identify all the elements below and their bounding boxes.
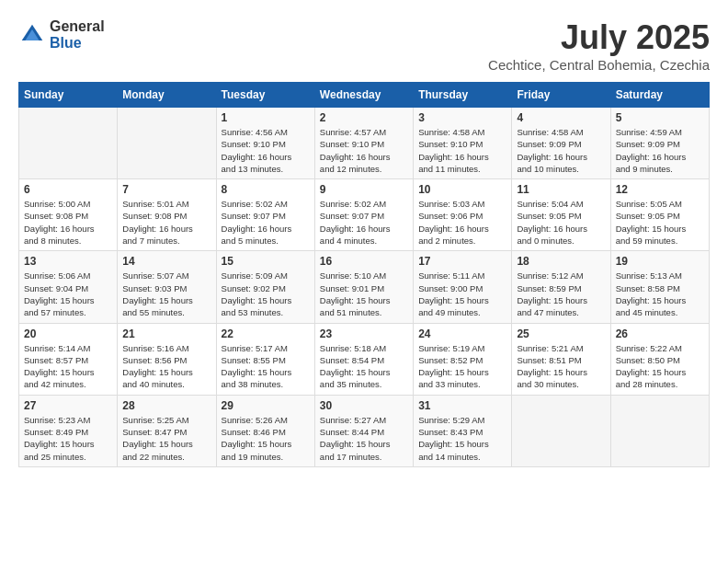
calendar-cell: 1Sunrise: 4:56 AM Sunset: 9:10 PM Daylig… xyxy=(216,108,314,179)
month-title: July 2025 xyxy=(488,18,710,57)
header-friday: Friday xyxy=(512,83,610,108)
calendar-cell: 27Sunrise: 5:23 AM Sunset: 8:49 PM Dayli… xyxy=(19,395,118,466)
day-number: 24 xyxy=(418,327,506,340)
logo-blue: Blue xyxy=(50,35,105,52)
calendar-cell: 29Sunrise: 5:26 AM Sunset: 8:46 PM Dayli… xyxy=(216,395,314,466)
calendar-cell: 30Sunrise: 5:27 AM Sunset: 8:44 PM Dayli… xyxy=(314,395,413,466)
day-number: 14 xyxy=(122,255,210,268)
day-number: 25 xyxy=(517,327,605,340)
page-header: General Blue July 2025 Cechtice, Central… xyxy=(18,18,710,73)
logo-general: General xyxy=(50,18,105,35)
day-info: Sunrise: 5:22 AM Sunset: 8:50 PM Dayligh… xyxy=(616,342,704,391)
calendar-header-row: SundayMondayTuesdayWednesdayThursdayFrid… xyxy=(19,83,710,108)
header-monday: Monday xyxy=(118,83,216,108)
day-number: 12 xyxy=(616,183,704,196)
day-number: 31 xyxy=(418,399,506,412)
day-info: Sunrise: 5:13 AM Sunset: 8:58 PM Dayligh… xyxy=(616,270,704,318)
day-info: Sunrise: 5:27 AM Sunset: 8:44 PM Dayligh… xyxy=(320,414,408,463)
calendar-cell: 18Sunrise: 5:12 AM Sunset: 8:59 PM Dayli… xyxy=(512,251,610,323)
day-number: 26 xyxy=(616,327,704,340)
calendar-cell xyxy=(512,395,610,466)
header-sunday: Sunday xyxy=(19,83,118,108)
calendar-cell: 28Sunrise: 5:25 AM Sunset: 8:47 PM Dayli… xyxy=(118,395,216,466)
calendar-cell: 17Sunrise: 5:11 AM Sunset: 9:00 PM Dayli… xyxy=(414,251,512,323)
day-info: Sunrise: 5:18 AM Sunset: 8:54 PM Dayligh… xyxy=(320,342,408,391)
day-info: Sunrise: 5:04 AM Sunset: 9:05 PM Dayligh… xyxy=(517,198,605,247)
day-info: Sunrise: 5:17 AM Sunset: 8:55 PM Dayligh… xyxy=(222,342,310,391)
calendar-cell: 15Sunrise: 5:09 AM Sunset: 9:02 PM Dayli… xyxy=(216,251,314,323)
day-info: Sunrise: 5:02 AM Sunset: 9:07 PM Dayligh… xyxy=(222,198,310,247)
day-info: Sunrise: 5:07 AM Sunset: 9:03 PM Dayligh… xyxy=(122,270,210,318)
day-info: Sunrise: 5:16 AM Sunset: 8:56 PM Dayligh… xyxy=(122,342,210,391)
calendar-table: SundayMondayTuesdayWednesdayThursdayFrid… xyxy=(18,82,710,467)
location-title: Cechtice, Central Bohemia, Czechia xyxy=(488,57,710,73)
calendar-cell: 11Sunrise: 5:04 AM Sunset: 9:05 PM Dayli… xyxy=(512,179,610,251)
day-number: 20 xyxy=(24,327,112,340)
day-info: Sunrise: 5:09 AM Sunset: 9:02 PM Dayligh… xyxy=(222,270,310,318)
header-saturday: Saturday xyxy=(610,83,709,108)
calendar-cell xyxy=(19,108,118,179)
day-info: Sunrise: 5:06 AM Sunset: 9:04 PM Dayligh… xyxy=(24,270,112,318)
calendar-cell xyxy=(610,395,709,466)
day-number: 13 xyxy=(24,255,112,268)
calendar-cell: 4Sunrise: 4:58 AM Sunset: 9:09 PM Daylig… xyxy=(512,108,610,179)
calendar-cell: 7Sunrise: 5:01 AM Sunset: 9:08 PM Daylig… xyxy=(118,179,216,251)
day-number: 18 xyxy=(517,255,605,268)
day-number: 7 xyxy=(122,183,210,196)
logo: General Blue xyxy=(18,18,105,51)
day-number: 3 xyxy=(418,111,506,124)
logo-icon xyxy=(18,21,46,49)
calendar-cell: 26Sunrise: 5:22 AM Sunset: 8:50 PM Dayli… xyxy=(610,323,709,395)
day-info: Sunrise: 5:21 AM Sunset: 8:51 PM Dayligh… xyxy=(517,342,605,391)
calendar-cell: 10Sunrise: 5:03 AM Sunset: 9:06 PM Dayli… xyxy=(414,179,512,251)
day-info: Sunrise: 5:10 AM Sunset: 9:01 PM Dayligh… xyxy=(320,270,408,318)
calendar-cell xyxy=(118,108,216,179)
calendar-cell: 14Sunrise: 5:07 AM Sunset: 9:03 PM Dayli… xyxy=(118,251,216,323)
week-row-5: 27Sunrise: 5:23 AM Sunset: 8:49 PM Dayli… xyxy=(19,395,710,466)
day-number: 15 xyxy=(222,255,310,268)
calendar-cell: 12Sunrise: 5:05 AM Sunset: 9:05 PM Dayli… xyxy=(610,179,709,251)
day-info: Sunrise: 5:25 AM Sunset: 8:47 PM Dayligh… xyxy=(122,414,210,463)
calendar-cell: 9Sunrise: 5:02 AM Sunset: 9:07 PM Daylig… xyxy=(314,179,413,251)
day-number: 10 xyxy=(418,183,506,196)
day-number: 1 xyxy=(222,111,310,124)
day-number: 2 xyxy=(320,111,408,124)
day-number: 11 xyxy=(517,183,605,196)
day-info: Sunrise: 5:26 AM Sunset: 8:46 PM Dayligh… xyxy=(222,414,310,463)
day-number: 19 xyxy=(616,255,704,268)
calendar-cell: 19Sunrise: 5:13 AM Sunset: 8:58 PM Dayli… xyxy=(610,251,709,323)
day-number: 22 xyxy=(222,327,310,340)
calendar-cell: 31Sunrise: 5:29 AM Sunset: 8:43 PM Dayli… xyxy=(414,395,512,466)
calendar-cell: 5Sunrise: 4:59 AM Sunset: 9:09 PM Daylig… xyxy=(610,108,709,179)
day-number: 6 xyxy=(24,183,112,196)
day-info: Sunrise: 5:19 AM Sunset: 8:52 PM Dayligh… xyxy=(418,342,506,391)
header-tuesday: Tuesday xyxy=(216,83,314,108)
day-number: 28 xyxy=(122,399,210,412)
header-wednesday: Wednesday xyxy=(314,83,413,108)
day-number: 23 xyxy=(320,327,408,340)
day-info: Sunrise: 5:29 AM Sunset: 8:43 PM Dayligh… xyxy=(418,414,506,463)
week-row-3: 13Sunrise: 5:06 AM Sunset: 9:04 PM Dayli… xyxy=(19,251,710,323)
day-info: Sunrise: 5:05 AM Sunset: 9:05 PM Dayligh… xyxy=(616,198,704,247)
day-info: Sunrise: 5:03 AM Sunset: 9:06 PM Dayligh… xyxy=(418,198,506,247)
calendar-cell: 6Sunrise: 5:00 AM Sunset: 9:08 PM Daylig… xyxy=(19,179,118,251)
calendar-cell: 21Sunrise: 5:16 AM Sunset: 8:56 PM Dayli… xyxy=(118,323,216,395)
calendar-cell: 16Sunrise: 5:10 AM Sunset: 9:01 PM Dayli… xyxy=(314,251,413,323)
calendar-cell: 24Sunrise: 5:19 AM Sunset: 8:52 PM Dayli… xyxy=(414,323,512,395)
title-area: July 2025 Cechtice, Central Bohemia, Cze… xyxy=(488,18,710,73)
day-number: 29 xyxy=(222,399,310,412)
day-number: 4 xyxy=(517,111,605,124)
calendar-cell: 20Sunrise: 5:14 AM Sunset: 8:57 PM Dayli… xyxy=(19,323,118,395)
day-info: Sunrise: 5:00 AM Sunset: 9:08 PM Dayligh… xyxy=(24,198,112,247)
calendar-cell: 3Sunrise: 4:58 AM Sunset: 9:10 PM Daylig… xyxy=(414,108,512,179)
week-row-2: 6Sunrise: 5:00 AM Sunset: 9:08 PM Daylig… xyxy=(19,179,710,251)
day-number: 21 xyxy=(122,327,210,340)
day-info: Sunrise: 4:58 AM Sunset: 9:09 PM Dayligh… xyxy=(517,126,605,175)
calendar-cell: 13Sunrise: 5:06 AM Sunset: 9:04 PM Dayli… xyxy=(19,251,118,323)
week-row-1: 1Sunrise: 4:56 AM Sunset: 9:10 PM Daylig… xyxy=(19,108,710,179)
day-info: Sunrise: 5:14 AM Sunset: 8:57 PM Dayligh… xyxy=(24,342,112,391)
calendar-cell: 2Sunrise: 4:57 AM Sunset: 9:10 PM Daylig… xyxy=(314,108,413,179)
day-number: 5 xyxy=(616,111,704,124)
day-number: 9 xyxy=(320,183,408,196)
day-number: 30 xyxy=(320,399,408,412)
